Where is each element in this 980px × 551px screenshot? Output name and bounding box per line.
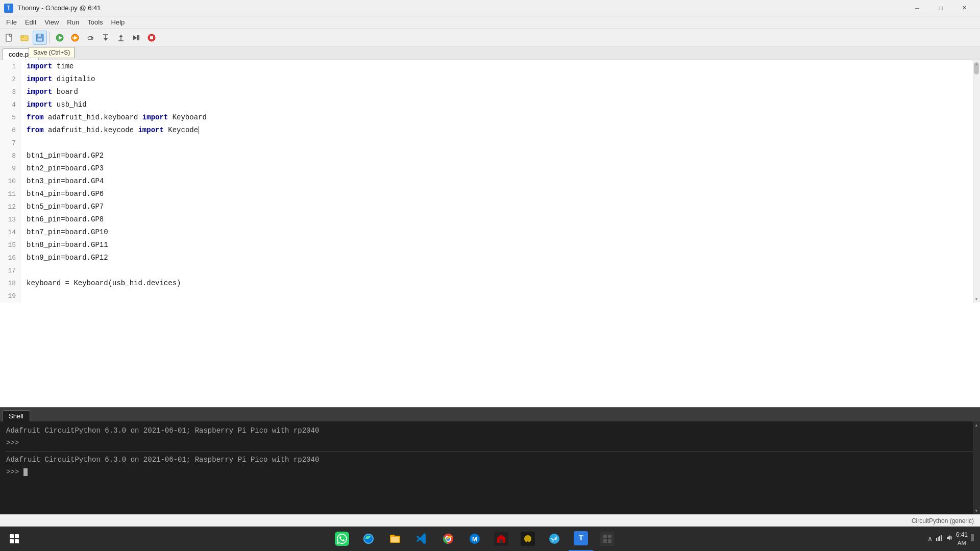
svg-rect-25 <box>150 36 153 39</box>
maximize-button[interactable]: □ <box>929 0 952 16</box>
svg-rect-6 <box>38 34 41 37</box>
svg-rect-7 <box>37 38 42 41</box>
shell-output-line1: Adafruit CircuitPython 6.3.0 on 2021-06-… <box>6 424 974 437</box>
shell-cursor <box>23 468 28 476</box>
interpreter-status: CircuitPython (generic) <box>912 517 974 524</box>
start-button[interactable] <box>0 527 29 551</box>
run-button[interactable] <box>53 31 67 45</box>
telegram-taskbar-btn[interactable] <box>542 527 567 551</box>
scroll-up-arrow[interactable]: ▲ <box>973 60 980 67</box>
files-taskbar-btn[interactable] <box>383 527 407 551</box>
svg-marker-19 <box>119 35 123 37</box>
open-button[interactable] <box>17 31 32 45</box>
table-row: 9 btn2_pin=board.GP3 <box>0 162 980 175</box>
editor-scrollbar[interactable]: ▲ ▼ <box>973 60 980 303</box>
separator1 <box>50 32 50 43</box>
svg-rect-39 <box>608 535 611 538</box>
shell-scroll-up[interactable]: ▲ <box>973 421 980 429</box>
tray-network[interactable] <box>936 534 943 543</box>
table-row: 11 btn4_pin=board.GP6 <box>0 188 980 201</box>
svg-rect-26 <box>10 534 14 538</box>
browser-taskbar-btn[interactable] <box>356 527 381 551</box>
minimize-button[interactable]: ─ <box>905 0 929 16</box>
table-row: 8 btn1_pin=board.GP2 <box>0 149 980 162</box>
chrome-taskbar-btn[interactable] <box>436 527 460 551</box>
title-bar-left: T Thonny - G:\code.py @ 6:41 <box>4 4 101 13</box>
svg-rect-2 <box>9 34 11 36</box>
svg-rect-41 <box>608 539 611 543</box>
title-bar-controls: ─ □ ✕ <box>905 0 976 16</box>
svg-rect-29 <box>15 539 19 543</box>
scroll-down-arrow[interactable]: ▼ <box>973 295 980 303</box>
svg-rect-40 <box>603 539 607 543</box>
shell-prompt2: >>> <box>6 466 974 478</box>
table-row: 16 btn9_pin=board.GP12 <box>0 252 980 264</box>
clock[interactable]: 6:41 AM <box>956 531 968 546</box>
new-button[interactable] <box>2 31 16 45</box>
table-row: 4 import usb_hid <box>0 98 980 111</box>
table-row: 1 import time <box>0 60 980 73</box>
svg-text:M: M <box>472 536 477 543</box>
table-row: 3 import board <box>0 86 980 98</box>
menu-run[interactable]: Run <box>63 17 83 27</box>
menu-edit[interactable]: Edit <box>21 17 40 27</box>
menu-help[interactable]: Help <box>107 17 129 27</box>
step-out-button[interactable] <box>114 31 128 45</box>
code-tab[interactable]: code.py <box>2 48 39 60</box>
table-row: 5 from adafruit_hid.keyboard import Keyb… <box>0 111 980 124</box>
stop-button[interactable] <box>144 31 159 45</box>
shell-panel: Shell Adafruit CircuitPython 6.3.0 on 20… <box>0 407 980 514</box>
save-button[interactable] <box>33 31 47 45</box>
menu-file[interactable]: File <box>2 17 21 27</box>
table-row: 17 <box>0 264 980 277</box>
tray-volume[interactable] <box>946 534 953 543</box>
step-into-button[interactable] <box>99 31 113 45</box>
app6-taskbar-btn[interactable]: M <box>462 527 487 551</box>
shell-tab-bar: Shell <box>0 408 980 421</box>
show-desktop[interactable] <box>971 534 974 543</box>
table-row: 14 btn7_pin=board.GP10 <box>0 226 980 239</box>
shell-divider <box>6 451 974 452</box>
app11-taskbar-btn[interactable] <box>595 527 620 551</box>
step-over-button[interactable] <box>83 31 97 45</box>
svg-rect-38 <box>603 535 607 538</box>
resume-button[interactable] <box>129 31 143 45</box>
svg-marker-46 <box>947 535 950 540</box>
svg-rect-36 <box>500 539 503 543</box>
shell-output-line2: Adafruit CircuitPython 6.3.0 on 2021-06-… <box>6 454 974 466</box>
table-row: 2 import digitalio <box>0 73 980 86</box>
clock-date: AM <box>956 539 968 546</box>
title-bar: T Thonny - G:\code.py @ 6:41 ─ □ ✕ <box>0 0 980 16</box>
menu-tools[interactable]: Tools <box>83 17 107 27</box>
title-text: Thonny - G:\code.py @ 6:41 <box>17 4 101 12</box>
svg-rect-27 <box>15 534 19 538</box>
table-row: 15 btn8_pin=board.GP11 <box>0 239 980 252</box>
app-icon: T <box>4 4 13 13</box>
thonny-taskbar-btn[interactable]: T <box>569 527 593 551</box>
svg-rect-47 <box>971 534 974 541</box>
editor-tab-bar: code.py <box>0 47 980 60</box>
shell-prompt1: >>> <box>6 437 974 449</box>
table-row: 12 btn5_pin=board.GP7 <box>0 201 980 213</box>
menu-view[interactable]: View <box>40 17 63 27</box>
table-row: 19 <box>0 290 980 303</box>
table-row: 6 from adafruit_hid.keycode import Keyco… <box>0 124 980 137</box>
whatsapp-taskbar-btn[interactable] <box>330 527 354 551</box>
table-row: 7 <box>0 137 980 149</box>
code-editor[interactable]: 1 import time 2 import digitalio 3 impor… <box>0 60 980 303</box>
close-button[interactable]: ✕ <box>952 0 976 16</box>
table-row: 13 btn6_pin=board.GP8 <box>0 213 980 226</box>
taskbar-apps: M <box>29 527 921 551</box>
code-lines: 1 import time 2 import digitalio 3 impor… <box>0 60 980 303</box>
app8-taskbar-btn[interactable] <box>516 527 540 551</box>
taskbar: M <box>0 527 980 551</box>
debug-button[interactable] <box>68 31 82 45</box>
app7-taskbar-btn[interactable] <box>489 527 513 551</box>
shell-tab[interactable]: Shell <box>2 410 30 421</box>
tray-arrow[interactable]: ∧ <box>927 535 933 543</box>
vscode-taskbar-btn[interactable] <box>409 527 434 551</box>
shell-scroll-down[interactable]: ▼ <box>973 507 980 514</box>
toolbar: Save (Ctrl+S) <box>0 29 980 47</box>
shell-content[interactable]: Adafruit CircuitPython 6.3.0 on 2021-06-… <box>0 421 980 514</box>
shell-scrollbar[interactable]: ▲ ▼ <box>973 421 980 514</box>
